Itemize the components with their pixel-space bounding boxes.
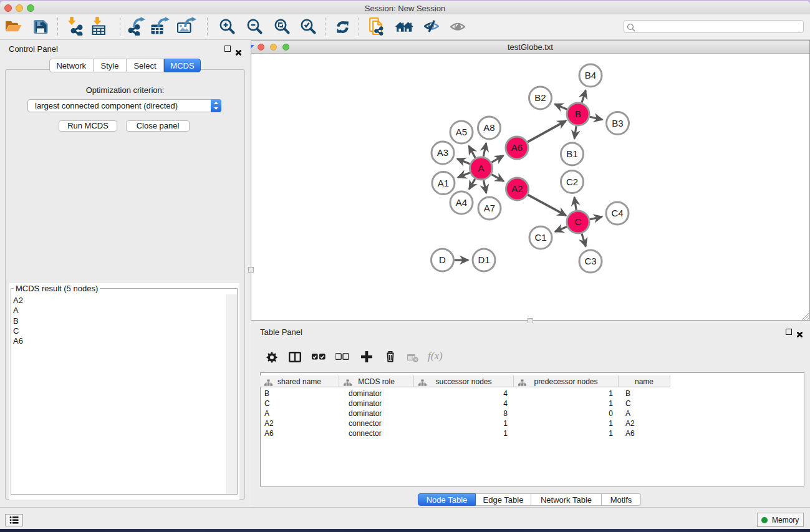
svg-text:A: A (478, 163, 484, 173)
svg-text:C2: C2 (566, 177, 578, 187)
svg-text:C1: C1 (534, 232, 546, 243)
svg-text:A5: A5 (456, 127, 467, 137)
svg-text:B1: B1 (566, 148, 577, 159)
svg-text:A4: A4 (456, 197, 467, 208)
svg-text:A2: A2 (511, 183, 523, 194)
svg-text:A8: A8 (483, 122, 494, 133)
svg-text:D1: D1 (478, 254, 489, 265)
svg-text:C4: C4 (611, 208, 623, 218)
svg-text:B4: B4 (585, 70, 596, 80)
svg-text:A3: A3 (437, 147, 448, 158)
svg-text:B3: B3 (612, 118, 623, 128)
svg-text:C3: C3 (584, 256, 596, 266)
svg-text:A6: A6 (511, 142, 523, 153)
svg-text:A7: A7 (484, 203, 495, 213)
svg-text:D: D (439, 254, 446, 265)
svg-text:B: B (575, 109, 581, 119)
svg-text:A1: A1 (438, 178, 449, 188)
svg-text:B2: B2 (534, 92, 546, 103)
svg-text:C: C (575, 216, 582, 227)
